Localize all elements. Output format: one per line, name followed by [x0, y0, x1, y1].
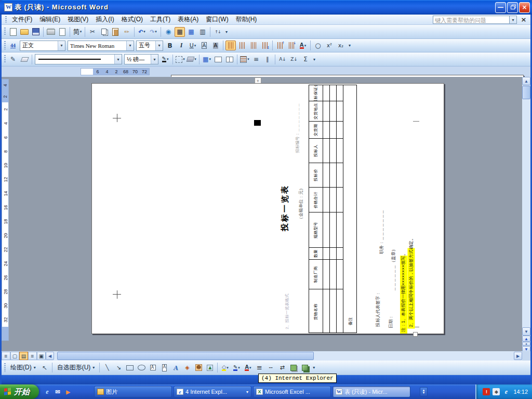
taskbar-task[interactable]: 4 Internet Expl...: [174, 386, 251, 397]
line-icon[interactable]: [102, 363, 112, 373]
align-center-icon[interactable]: [237, 41, 247, 50]
minimize-button[interactable]: —: [495, 2, 506, 13]
toolbar-grip[interactable]: [4, 55, 6, 64]
distribute-columns-icon[interactable]: [262, 55, 273, 64]
taskbar-task[interactable]: Microsoft Excel ...: [253, 386, 331, 397]
wordart-icon[interactable]: [170, 363, 181, 373]
bid-table[interactable]: 投标保证金交货地点交货期投标人投标价价格合计规格型号数量制造厂商货物名称 备注: [309, 85, 357, 333]
draw-menu-button[interactable]: 绘图(D): [7, 363, 39, 373]
borders-icon[interactable]: [175, 55, 185, 64]
shadow-style-icon[interactable]: [288, 363, 299, 373]
rectangle-icon[interactable]: [125, 363, 135, 373]
menu-item[interactable]: 格式(O): [118, 14, 147, 25]
help-question-input[interactable]: 键入需要帮助的问题: [433, 16, 510, 24]
cell-align-icon[interactable]: [240, 55, 250, 64]
help-dropdown-icon[interactable]: ▾: [510, 16, 517, 24]
font-color-icon[interactable]: [243, 363, 253, 373]
menu-item[interactable]: 文件(F): [8, 14, 36, 25]
sort-ascending-icon[interactable]: [277, 55, 288, 64]
taskbar-task[interactable]: 表 (只读) - Micr...: [332, 386, 410, 397]
scroll-up-icon[interactable]: ▲: [522, 77, 530, 85]
toolbar-options-icon[interactable]: ▾: [311, 361, 317, 374]
insert-table-icon[interactable]: [202, 55, 212, 64]
next-page-icon[interactable]: ▼: [522, 346, 530, 351]
font-size-select[interactable]: 五号 ▾: [136, 41, 163, 51]
line-style-select[interactable]: ▾: [35, 54, 122, 64]
dash-style-icon[interactable]: [265, 363, 276, 373]
font-select[interactable]: Times New Roman ▾: [68, 41, 134, 51]
fill-color-icon[interactable]: [220, 363, 230, 373]
scrollbar-thumb[interactable]: [57, 352, 314, 360]
restore-button[interactable]: [507, 2, 518, 13]
taskbar-scroll-chevron[interactable]: ▲▼: [420, 387, 428, 396]
menu-item[interactable]: 编辑(E): [36, 14, 64, 25]
vertical-scrollbar[interactable]: ▲ ▼ ▲ ● ▼: [522, 77, 530, 351]
internet-explorer-icon[interactable]: e: [43, 388, 51, 396]
ie-tray-icon[interactable]: e: [502, 388, 510, 395]
autosum-icon[interactable]: [300, 55, 311, 64]
redo-icon[interactable]: [148, 27, 158, 37]
toolbar-options-icon[interactable]: ▾: [311, 53, 317, 65]
print-layout-view-icon[interactable]: ▤: [19, 352, 28, 360]
shading-color-icon[interactable]: [187, 55, 197, 64]
merge-cells-icon[interactable]: [213, 55, 223, 64]
scroll-left-icon[interactable]: ◀: [46, 352, 54, 360]
select-browse-object-icon[interactable]: ●: [522, 342, 530, 346]
start-button[interactable]: 开始: [0, 384, 39, 399]
bold-icon[interactable]: [165, 41, 175, 50]
media-player-icon[interactable]: ▶: [64, 388, 72, 396]
arrow-icon[interactable]: [113, 363, 124, 373]
save-icon[interactable]: [31, 27, 41, 37]
oval-icon[interactable]: [136, 363, 147, 373]
sort-descending-icon[interactable]: [289, 55, 299, 64]
char-border-icon[interactable]: [199, 41, 209, 50]
line-weight-select[interactable]: ½ 磅— ▾: [124, 54, 158, 64]
align-right-icon[interactable]: [248, 41, 259, 50]
line-color-icon[interactable]: [231, 363, 242, 373]
tables-and-borders-icon[interactable]: [175, 27, 185, 37]
close-button[interactable]: ×: [519, 2, 530, 13]
toolbar-grip[interactable]: [4, 363, 6, 373]
text-box-icon[interactable]: [148, 363, 158, 373]
web-layout-view-icon[interactable]: ▢: [10, 352, 19, 360]
scroll-down-icon[interactable]: ▼: [522, 327, 530, 336]
autoshapes-menu-button[interactable]: 自选图形(U): [54, 363, 98, 373]
copy-icon[interactable]: [99, 27, 109, 37]
select-objects-icon[interactable]: [39, 363, 50, 373]
menu-item[interactable]: 表格(A): [174, 14, 202, 25]
close-document-icon[interactable]: ×: [519, 16, 528, 23]
arrow-style-icon[interactable]: [277, 363, 287, 373]
format-painter-icon[interactable]: [122, 27, 132, 37]
undo-icon[interactable]: [137, 27, 147, 37]
previous-page-icon[interactable]: ▲: [522, 336, 530, 342]
cut-icon[interactable]: [87, 27, 98, 37]
antivirus-tray-icon[interactable]: !: [483, 388, 490, 395]
three-d-style-icon[interactable]: [300, 363, 310, 373]
paste-icon[interactable]: [110, 27, 121, 37]
distribute-icon[interactable]: [260, 41, 270, 50]
toolbar-grip[interactable]: [5, 16, 7, 23]
vertical-ruler[interactable]: 42 2468101214161820222426283032: [2, 79, 9, 341]
style-select[interactable]: 正文 ▾: [20, 41, 65, 51]
indent-increase-icon[interactable]: [286, 41, 297, 50]
toolbar-grip[interactable]: [4, 28, 6, 36]
font-color-icon[interactable]: [298, 41, 308, 50]
border-color-icon[interactable]: [160, 55, 170, 64]
distribute-rows-icon[interactable]: [251, 55, 261, 64]
underline-icon[interactable]: [188, 41, 198, 50]
text-direction-icon[interactable]: [212, 27, 223, 37]
superscript-icon[interactable]: [324, 41, 335, 50]
toolbar-options-icon[interactable]: ▾: [223, 25, 230, 38]
input-method-tray-icon[interactable]: ◆: [493, 388, 500, 395]
clock[interactable]: 14:12: [513, 389, 528, 395]
outline-view-icon[interactable]: ≡: [28, 352, 37, 360]
indent-decrease-icon[interactable]: [275, 41, 285, 50]
document-page[interactable]: 投标一览表 招标编号：＿＿＿＿＿＿＿ （金额单位：元） 2、投标一览表格式 投标…: [91, 83, 444, 334]
scrollbar-thumb[interactable]: [522, 86, 530, 99]
draw-table-icon[interactable]: [8, 55, 18, 64]
line-style-icon[interactable]: [254, 363, 264, 373]
new-document-icon[interactable]: [8, 27, 18, 37]
menu-item[interactable]: 插入(I): [92, 14, 117, 25]
vertical-text-box-icon[interactable]: [159, 363, 169, 373]
columns-icon[interactable]: [197, 27, 208, 37]
